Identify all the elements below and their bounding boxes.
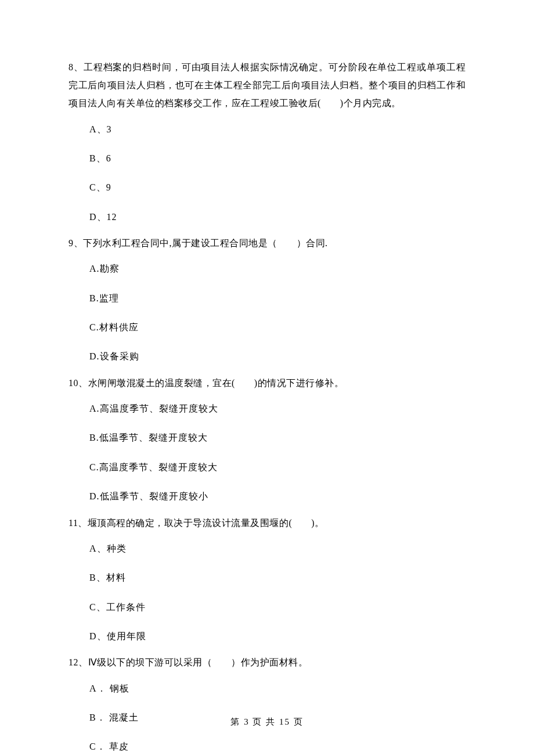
question-options: A.勘察 B.监理 C.材料供应 D.设备采购	[68, 260, 466, 366]
option-c: C． 草皮	[89, 738, 466, 755]
option-a: A、3	[89, 121, 466, 138]
question-11: 11、堰顶高程的确定，取决于导流设计流量及围堰的( )。 A、种类 B、材料 C…	[68, 514, 466, 646]
option-b: B.监理	[89, 290, 466, 307]
option-c: C.高温度季节、裂缝开度较大	[89, 459, 466, 476]
option-a: A、种类	[89, 540, 466, 557]
question-text: 12、Ⅳ级以下的坝下游可以采用（ ）作为护面材料。	[68, 653, 466, 671]
question-10: 10、水闸闸墩混凝土的温度裂缝，宜在( )的情况下进行修补。 A.高温度季节、裂…	[68, 374, 466, 506]
question-options: A、3 B、6 C、9 D、12	[68, 121, 466, 226]
page-footer: 第 3 页 共 15 页	[0, 714, 534, 730]
question-text: 8、工程档案的归档时间，可由项目法人根据实际情况确定。可分阶段在单位工程或单项工…	[68, 58, 466, 113]
option-d: D、12	[89, 208, 466, 226]
question-body: 水闸闸墩混凝土的温度裂缝，宜在( )的情况下进行修补。	[88, 378, 344, 388]
question-number: 9、	[68, 238, 83, 248]
option-b: B.低温季节、裂缝开度较大	[89, 429, 466, 447]
option-b: B、6	[89, 150, 466, 167]
option-c: C、工作条件	[89, 599, 466, 616]
question-options: A.高温度季节、裂缝开度较大 B.低温季节、裂缝开度较大 C.高温度季节、裂缝开…	[68, 400, 466, 506]
option-d: D.设备采购	[89, 348, 466, 365]
option-a: A.勘察	[89, 260, 466, 278]
question-body: 工程档案的归档时间，可由项目法人根据实际情况确定。可分阶段在单位工程或单项工程完…	[68, 62, 466, 108]
option-a: A.高温度季节、裂缝开度较大	[89, 400, 466, 417]
question-number: 8、	[68, 62, 84, 72]
question-text: 10、水闸闸墩混凝土的温度裂缝，宜在( )的情况下进行修补。	[68, 374, 466, 392]
question-body: Ⅳ级以下的坝下游可以采用（ ）作为护面材料。	[88, 657, 308, 667]
question-text: 11、堰顶高程的确定，取决于导流设计流量及围堰的( )。	[68, 514, 466, 532]
option-c: C、9	[89, 179, 466, 196]
question-number: 12、	[68, 657, 88, 667]
question-body: 下列水利工程合同中,属于建设工程合同地是（ ）合同.	[83, 238, 328, 248]
question-9: 9、下列水利工程合同中,属于建设工程合同地是（ ）合同. A.勘察 B.监理 C…	[68, 234, 466, 366]
option-d: D、使用年限	[89, 628, 466, 645]
question-text: 9、下列水利工程合同中,属于建设工程合同地是（ ）合同.	[68, 234, 466, 252]
question-body: 堰顶高程的确定，取决于导流设计流量及围堰的( )。	[88, 518, 324, 528]
option-d: D.低温季节、裂缝开度较小	[89, 488, 466, 505]
question-8: 8、工程档案的归档时间，可由项目法人根据实际情况确定。可分阶段在单位工程或单项工…	[68, 58, 466, 226]
question-12: 12、Ⅳ级以下的坝下游可以采用（ ）作为护面材料。 A． 钢板 B． 混凝土 C…	[68, 653, 466, 755]
question-options: A、种类 B、材料 C、工作条件 D、使用年限	[68, 540, 466, 646]
option-a: A． 钢板	[89, 680, 466, 697]
question-number: 10、	[68, 378, 88, 388]
option-c: C.材料供应	[89, 319, 466, 336]
question-number: 11、	[68, 518, 88, 528]
option-b: B、材料	[89, 569, 466, 586]
